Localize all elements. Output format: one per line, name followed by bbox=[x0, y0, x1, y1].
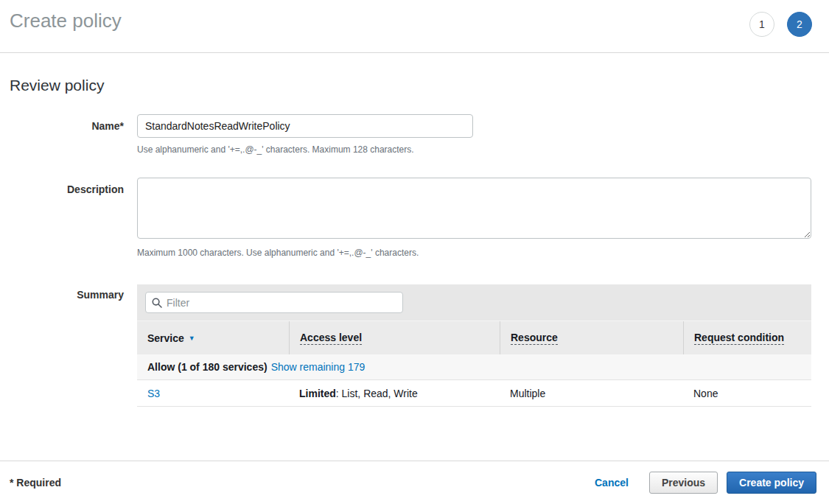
step-2-indicator[interactable]: 2 bbox=[787, 12, 812, 37]
description-row: Description Maximum 1000 characters. Use… bbox=[0, 178, 829, 258]
sort-caret-icon: ▼ bbox=[189, 335, 195, 342]
create-policy-button[interactable]: Create policy bbox=[727, 472, 816, 494]
name-label: Name* bbox=[0, 114, 124, 155]
access-level-cell: Limited: List, Read, Write bbox=[289, 388, 500, 399]
step-indicator: 1 2 bbox=[749, 12, 812, 37]
column-header-service[interactable]: Service ▼ bbox=[137, 321, 289, 354]
step-1-indicator[interactable]: 1 bbox=[749, 12, 774, 37]
filter-input[interactable] bbox=[167, 297, 396, 309]
search-icon bbox=[152, 298, 162, 308]
name-help-text: Use alphanumeric and '+=,.@-_' character… bbox=[137, 144, 829, 155]
summary-row: Summary Ser bbox=[0, 284, 829, 407]
name-row: Name* Use alphanumeric and '+=,.@-_' cha… bbox=[0, 114, 829, 155]
column-header-access-level[interactable]: Access level bbox=[289, 321, 500, 354]
allow-group-row: Allow (1 of 180 services) Show remaining… bbox=[137, 354, 811, 380]
policy-name-input[interactable] bbox=[137, 114, 473, 138]
page-header: Create policy 1 2 bbox=[0, 0, 829, 53]
column-header-resource[interactable]: Resource bbox=[500, 321, 683, 354]
summary-table-header: Service ▼ Access level Resource Request … bbox=[137, 321, 811, 354]
allow-group-label: Allow (1 of 180 services) bbox=[147, 361, 267, 373]
column-header-request-condition[interactable]: Request condition bbox=[683, 321, 811, 354]
service-s3-link[interactable]: S3 bbox=[147, 388, 160, 399]
resource-cell: Multiple bbox=[500, 388, 683, 399]
required-note: * Required bbox=[10, 477, 61, 489]
description-help-text: Maximum 1000 characters. Use alphanumeri… bbox=[137, 248, 829, 258]
filter-search-box[interactable] bbox=[145, 292, 403, 313]
previous-button[interactable]: Previous bbox=[649, 472, 718, 494]
page-title: Create policy bbox=[10, 10, 122, 32]
review-form: Name* Use alphanumeric and '+=,.@-_' cha… bbox=[0, 114, 829, 407]
footer-bar: * Required Cancel Previous Create policy bbox=[0, 461, 829, 504]
cancel-button[interactable]: Cancel bbox=[595, 477, 629, 489]
show-remaining-link[interactable]: Show remaining 179 bbox=[271, 361, 365, 373]
request-condition-cell: None bbox=[683, 388, 811, 399]
table-row: S3 Limited: List, Read, Write Multiple N… bbox=[137, 380, 811, 407]
policy-description-textarea[interactable] bbox=[137, 178, 811, 239]
description-label: Description bbox=[0, 178, 124, 258]
review-policy-heading: Review policy bbox=[10, 77, 829, 94]
summary-label: Summary bbox=[0, 284, 124, 407]
summary-table: Service ▼ Access level Resource Request … bbox=[137, 284, 811, 407]
summary-filter-bar bbox=[137, 284, 811, 321]
